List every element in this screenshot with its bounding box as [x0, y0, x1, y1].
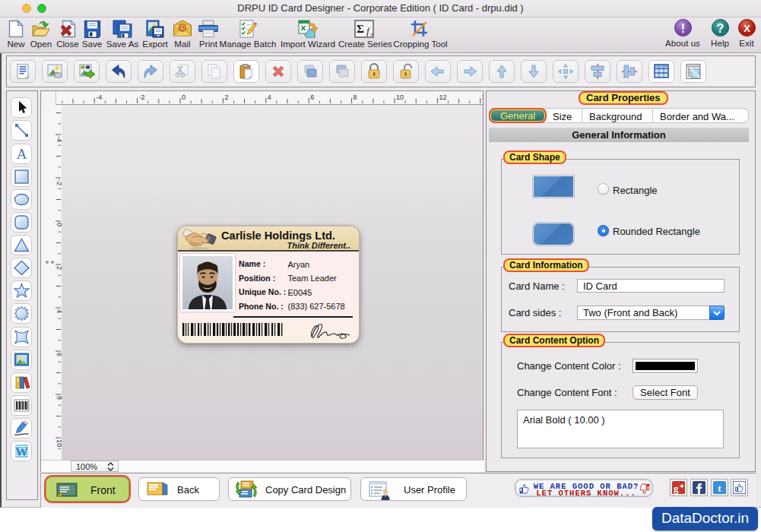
svg-text:A: A	[16, 146, 27, 162]
svg-text:@: @	[179, 24, 186, 32]
svg-text:6: 6	[55, 353, 62, 356]
svg-text:-4: -4	[55, 136, 62, 142]
svg-text:6: 6	[310, 93, 314, 101]
svg-text:t: t	[718, 483, 721, 494]
svg-text:0: 0	[55, 223, 62, 226]
svg-text:8: 8	[354, 93, 357, 101]
svg-text:2: 2	[224, 93, 228, 101]
svg-text:-4: -4	[96, 93, 102, 101]
svg-text:-2: -2	[139, 93, 145, 101]
svg-text:2: 2	[55, 266, 62, 270]
svg-text:4: 4	[55, 309, 62, 313]
svg-text:12: 12	[439, 93, 446, 101]
svg-text:10: 10	[396, 93, 404, 101]
svg-text:-2: -2	[55, 179, 62, 185]
svg-text:g: g	[674, 483, 679, 494]
svg-text:Σ: Σ	[357, 23, 364, 35]
svg-text:W: W	[15, 445, 28, 459]
svg-text:4: 4	[268, 93, 271, 101]
svg-text:10: 10	[55, 439, 62, 447]
svg-text:!: !	[680, 22, 684, 35]
svg-text:X: X	[744, 23, 750, 34]
svg-text:14: 14	[482, 93, 484, 101]
svg-text:?: ?	[716, 22, 724, 35]
svg-text:8: 8	[55, 396, 62, 400]
svg-text:0: 0	[182, 93, 185, 101]
